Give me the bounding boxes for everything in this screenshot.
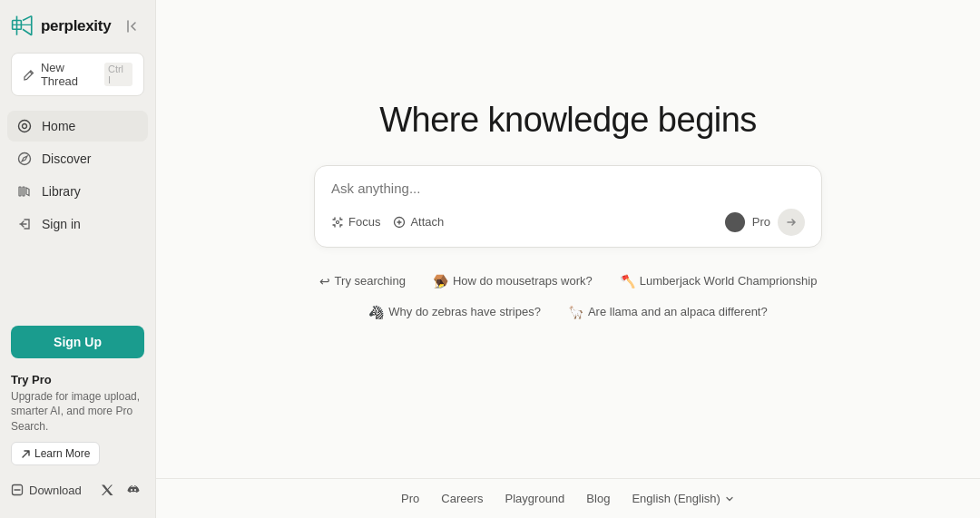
suggestion-try-searching[interactable]: ↩ Try searching [310, 269, 415, 293]
svg-point-9 [19, 153, 31, 165]
svg-point-7 [19, 121, 31, 132]
sidebar-nav: Home Discover Library [0, 111, 155, 315]
signup-button[interactable]: Sign Up [11, 326, 144, 358]
main-area: Where knowledge begins Focus [156, 0, 980, 518]
download-button[interactable]: Download [11, 484, 88, 497]
sidebar: perplexity New Thread Ctrl I [0, 0, 156, 518]
chips-row-2: 🦓 Why do zebras have stripes? 🦙 Are llam… [359, 300, 776, 324]
arrow-right-icon [785, 216, 798, 229]
sidebar-item-discover[interactable]: Discover [7, 143, 148, 174]
main-content: Where knowledge begins Focus [156, 0, 980, 478]
home-icon [16, 118, 33, 134]
suggestion-mousetraps[interactable]: 🪤 How do mousetraps work? [424, 269, 602, 293]
focus-button[interactable]: Focus [331, 215, 380, 229]
footer-link-pro[interactable]: Pro [401, 492, 419, 505]
focus-icon [331, 216, 344, 229]
sidebar-item-home[interactable]: Home [7, 111, 148, 142]
search-submit-button[interactable] [778, 209, 805, 236]
language-selector[interactable]: English (English) [632, 492, 735, 505]
svg-rect-10 [19, 187, 21, 196]
sidebar-item-signin[interactable]: Sign in [7, 209, 148, 239]
discover-icon [16, 151, 33, 167]
sidebar-item-library[interactable]: Library [7, 176, 148, 207]
social-icons [97, 480, 144, 500]
logo-text: perplexity [41, 17, 111, 35]
signin-icon [16, 216, 33, 232]
pro-toggle-dot[interactable] [725, 212, 745, 232]
learn-more-button[interactable]: Learn More [11, 442, 100, 465]
search-box: Focus Attach Pro [314, 165, 822, 248]
download-icon [11, 484, 24, 496]
page-title: Where knowledge begins [379, 101, 757, 140]
pro-toggle[interactable]: Pro [725, 212, 770, 232]
svg-point-13 [337, 220, 339, 223]
try-pro-description: Upgrade for image upload, smarter AI, an… [11, 389, 144, 435]
svg-rect-11 [23, 187, 24, 196]
search-input[interactable] [331, 181, 805, 196]
sidebar-bottom: Download [0, 473, 155, 507]
logo: perplexity [11, 15, 111, 38]
suggestion-lumberjack[interactable]: 🪓 Lumberjack World Champrionship [611, 269, 827, 293]
main-footer: Pro Careers Playground Blog English (Eng… [156, 478, 980, 518]
arrow-upright-icon [21, 449, 31, 459]
pencil-icon [23, 68, 35, 81]
chevron-down-icon [724, 494, 735, 504]
footer-link-blog[interactable]: Blog [586, 492, 610, 505]
suggestion-llama[interactable]: 🦙 Are llama and an alpaca different? [559, 300, 777, 324]
pro-label: Pro [752, 215, 770, 229]
try-pro-section: Try Pro Upgrade for image upload, smarte… [0, 366, 155, 473]
collapse-sidebar-button[interactable] [122, 15, 144, 37]
new-thread-button[interactable]: New Thread Ctrl I [11, 53, 144, 96]
svg-line-3 [23, 29, 32, 35]
search-toolbar: Focus Attach Pro [331, 209, 805, 236]
attach-button[interactable]: Attach [393, 215, 444, 229]
footer-link-playground[interactable]: Playground [505, 492, 565, 505]
library-icon [16, 183, 33, 200]
search-right-actions: Pro [725, 209, 805, 236]
sidebar-header: perplexity [0, 11, 155, 49]
suggestion-zebras[interactable]: 🦓 Why do zebras have stripes? [359, 300, 550, 324]
chips-row-1: ↩ Try searching 🪤 How do mousetraps work… [310, 269, 827, 293]
attach-icon [393, 216, 406, 229]
suggestion-chips: ↩ Try searching 🪤 How do mousetraps work… [310, 269, 827, 324]
discord-icon[interactable] [124, 480, 144, 500]
perplexity-logo-icon [11, 15, 34, 38]
new-thread-shortcut: Ctrl I [104, 63, 132, 86]
footer-link-careers[interactable]: Careers [441, 492, 483, 505]
svg-line-2 [23, 16, 32, 21]
svg-point-8 [23, 124, 27, 129]
try-pro-title: Try Pro [11, 373, 144, 386]
twitter-icon[interactable] [97, 480, 117, 500]
